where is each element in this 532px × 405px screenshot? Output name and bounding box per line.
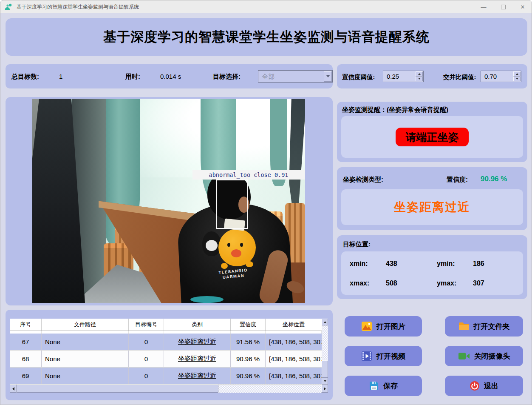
detection-type-value: 坐姿距离过近 [394, 199, 470, 215]
ymax-value: 307 [473, 280, 484, 287]
image-icon [361, 321, 372, 331]
maximize-button[interactable] [493, 0, 513, 13]
camera-icon [458, 352, 470, 360]
arrow-up-icon [516, 73, 518, 75]
table-row[interactable]: 69 None 0 坐姿距离过近 90.96 % [438, 186, 508,… [10, 368, 322, 385]
duck-eye [227, 243, 230, 247]
save-button[interactable]: 保存 [345, 376, 422, 396]
scroll-right-button[interactable] [321, 385, 328, 393]
posture-reminder-panel: 坐姿监测提醒：(坐姿异常会语音提醒) 请端正坐姿 [337, 102, 527, 162]
detection-type-box: 坐姿距离过近 [341, 189, 523, 225]
confidence-threshold-value[interactable]: 0.25 [387, 73, 399, 80]
duck-foot [246, 261, 253, 267]
time-value: 0.014 s [160, 73, 181, 80]
cell-class-link[interactable]: 坐姿距离过近 [164, 368, 231, 384]
scroll-left-button[interactable] [10, 385, 17, 393]
window-title: 基于深度学习的智慧课堂学生坐姿监测与语音提醒系统 [17, 3, 139, 11]
xmin-value: 438 [386, 260, 397, 268]
open-video-button[interactable]: 打开视频 [345, 346, 422, 366]
scroll-right-icon [324, 387, 326, 391]
target-select-dropdown[interactable]: 全部 [258, 70, 333, 83]
camera-view-panel: TLESANRIO UARMAN abnormal_too close 0.91 [6, 97, 333, 305]
dropdown-arrow-button[interactable] [324, 71, 332, 82]
ymin-value: 186 [473, 260, 484, 268]
confidence-threshold-spinner[interactable]: 0.25 [383, 71, 424, 82]
results-table-panel: 序号 文件路径 目标编号 类别 置信度 坐标位置 67 None 0 坐姿距离过… [6, 310, 333, 400]
close-camera-button[interactable]: 关闭摄像头 [445, 346, 523, 366]
target-position-panel: 目标位置: xmin: 438 ymin: 186 xmax: 508 ymax… [337, 235, 527, 299]
table-row[interactable]: 67 None 0 坐姿距离过近 91.56 % [438, 186, 508,… [10, 334, 322, 351]
col-header-filepath: 文件路径 [42, 319, 129, 331]
total-targets-value: 1 [59, 73, 62, 80]
duck-foot [221, 263, 228, 269]
confidence-label: 置信度: [447, 176, 468, 184]
exit-button[interactable]: 退出 [445, 376, 523, 396]
total-targets-label: 总目标数: [11, 73, 39, 81]
detection-bounding-box [216, 180, 248, 229]
xmax-label: xmax: [350, 280, 369, 287]
cell-class-link[interactable]: 坐姿距离过近 [164, 351, 231, 367]
vertical-scrollbar[interactable] [322, 319, 328, 385]
detection-type-label: 坐姿检测类型: [343, 176, 383, 184]
cell-confidence: 90.96 % [231, 351, 266, 367]
time-label: 用时: [125, 73, 140, 81]
shirt-penguin-face [206, 240, 218, 251]
col-header-confidence: 置信度 [231, 319, 266, 331]
col-header-class: 类别 [164, 319, 231, 331]
maximize-icon [501, 5, 506, 9]
chevron-down-icon [326, 75, 330, 77]
horizontal-scrollbar[interactable] [10, 385, 328, 393]
minimize-button[interactable]: — [474, 0, 493, 13]
open-image-label: 打开图片 [376, 322, 405, 331]
target-position-box: xmin: 438 ymin: 186 xmax: 508 ymax: 307 [341, 251, 523, 295]
results-table: 序号 文件路径 目标编号 类别 置信度 坐标位置 67 None 0 坐姿距离过… [10, 319, 328, 393]
target-select-value: 全部 [262, 73, 274, 81]
power-icon [470, 381, 480, 391]
stats-bar: 总目标数: 1 用时: 0.014 s 目标选择: 全部 [6, 64, 333, 88]
confidence-threshold-label: 置信度阈值: [342, 73, 375, 81]
scroll-down-button[interactable] [322, 378, 328, 385]
save-icon [369, 381, 379, 391]
col-header-coords: 坐标位置 [266, 319, 322, 331]
open-image-button[interactable]: 打开图片 [345, 316, 422, 337]
banner: 基于深度学习的智慧课堂学生坐姿监测与语音提醒系统 [6, 18, 527, 56]
spin-down-button[interactable] [416, 77, 423, 82]
iou-threshold-spinner[interactable]: 0.70 [481, 71, 521, 82]
iou-threshold-value[interactable]: 0.70 [484, 73, 497, 80]
arrow-down-icon [418, 78, 421, 80]
cell-coords: [438, 186, 508, 307] [266, 368, 322, 384]
arrow-down-icon [516, 78, 518, 80]
folder-icon [458, 322, 470, 331]
scroll-up-button[interactable] [322, 319, 328, 325]
table-header-row: 序号 文件路径 目标编号 类别 置信度 坐标位置 [10, 319, 322, 331]
cell-filepath: None [42, 351, 129, 367]
shirt-duck [218, 229, 256, 266]
cell-class-link[interactable]: 坐姿距离过近 [164, 334, 231, 350]
scroll-down-icon [324, 380, 326, 382]
shirt-penguin [202, 231, 221, 256]
cell-target-id: 0 [129, 334, 164, 350]
close-button[interactable]: ✕ [513, 0, 532, 13]
scene-stool [190, 296, 224, 303]
scroll-left-icon [12, 387, 14, 391]
duck-eye [240, 243, 243, 247]
open-folder-button[interactable]: 打开文件夹 [445, 316, 523, 337]
spin-up-button[interactable] [416, 71, 423, 77]
titlebar: 基于深度学习的智慧课堂学生坐姿监测与语音提醒系统 — ✕ [0, 0, 532, 13]
close-camera-label: 关闭摄像头 [474, 351, 510, 361]
spin-down-button[interactable] [513, 77, 521, 82]
table-row[interactable]: 68 None 0 坐姿距离过近 90.96 % [438, 186, 508,… [10, 351, 322, 368]
detection-class-label: abnormal_too close 0.91 [192, 170, 305, 180]
threshold-bar: 置信度阈值: 0.25 交并比阈值: 0.70 [337, 64, 527, 88]
video-icon [361, 351, 372, 361]
page-title: 基于深度学习的智慧课堂学生坐姿监测与语音提醒系统 [103, 28, 430, 46]
scroll-up-icon [324, 321, 326, 323]
duck-mouth [231, 249, 241, 257]
open-folder-label: 打开文件夹 [474, 322, 510, 331]
horizontal-scroll-thumb[interactable] [17, 385, 218, 393]
vertical-scroll-thumb[interactable] [322, 360, 328, 378]
cell-coords: [438, 186, 508, 307] [266, 351, 322, 367]
cell-index: 68 [10, 351, 42, 367]
spin-up-button[interactable] [513, 71, 521, 77]
cell-target-id: 0 [129, 351, 164, 367]
